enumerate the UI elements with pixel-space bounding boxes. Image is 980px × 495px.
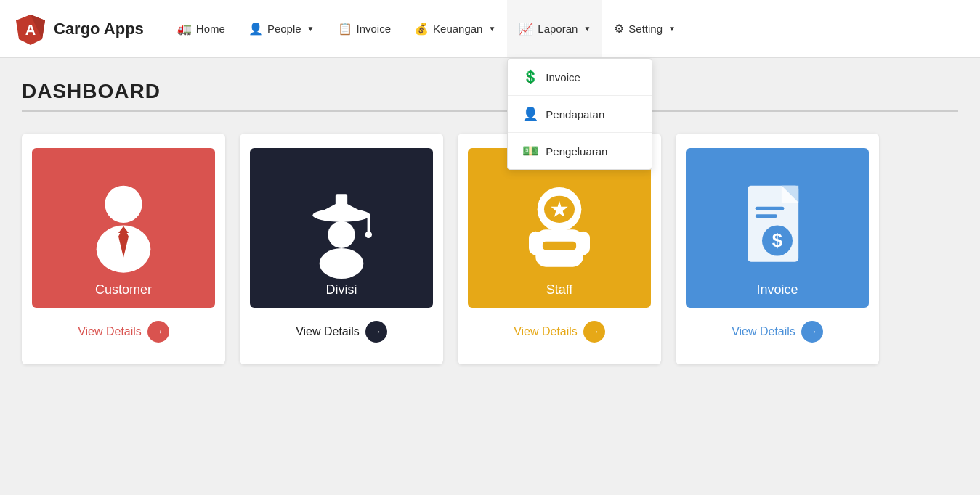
- laporan-caret: ▼: [583, 25, 591, 33]
- nav-keuangan: 💰 Keuangan ▼: [402, 0, 507, 57]
- brand-name: Cargo Apps: [54, 20, 144, 38]
- people-label: People: [267, 22, 301, 35]
- dropdown-pendapatan-icon: 👤: [522, 106, 538, 122]
- divisi-icon-box[interactable]: Divisi: [250, 148, 433, 308]
- customer-view-details[interactable]: View Details →: [78, 321, 169, 343]
- dropdown-invoice[interactable]: 💲 Invoice: [508, 59, 652, 95]
- svg-point-11: [365, 232, 372, 238]
- cards-grid: Customer View Details →: [22, 134, 958, 364]
- divisi-view-details-text: View Details: [296, 325, 360, 338]
- main-content: DASHBOARD Customer View Details →: [0, 58, 980, 495]
- svg-point-3: [105, 186, 142, 223]
- staff-view-details-text: View Details: [514, 325, 578, 338]
- laporan-link[interactable]: 📈 Laporan ▼: [507, 0, 602, 57]
- keuangan-link[interactable]: 💰 Keuangan ▼: [402, 0, 507, 57]
- dropdown-pengeluaran[interactable]: 💵 Pengeluaran: [508, 133, 652, 169]
- customer-view-details-text: View Details: [78, 325, 142, 338]
- nav-invoice: 📋 Invoice: [326, 0, 403, 57]
- dashboard-title: DASHBOARD: [22, 80, 958, 112]
- customer-arrow-icon: →: [147, 321, 169, 343]
- customer-label: Customer: [32, 282, 215, 298]
- staff-icon: [516, 177, 603, 279]
- divisi-label: Divisi: [250, 282, 433, 298]
- setting-caret: ▼: [668, 25, 676, 33]
- staff-icon-box[interactable]: Staff: [468, 148, 651, 308]
- svg-rect-19: [529, 232, 543, 255]
- nav-people: 👤 People ▼: [237, 0, 326, 57]
- home-link[interactable]: 🚛 Home: [166, 0, 237, 57]
- invoice-nav-icon: 📋: [338, 22, 352, 36]
- invoice-link[interactable]: 📋 Invoice: [326, 0, 403, 57]
- staff-arrow-icon: →: [583, 321, 605, 343]
- invoice-icon: $: [734, 177, 821, 279]
- divisi-view-details[interactable]: View Details →: [296, 321, 387, 343]
- brand-logo-link[interactable]: A Cargo Apps: [15, 13, 144, 45]
- truck-icon: 🚛: [177, 22, 192, 36]
- people-icon: 👤: [248, 22, 263, 36]
- divisi-icon: [298, 177, 385, 279]
- customer-card: Customer View Details →: [22, 134, 225, 364]
- keuangan-icon: 💰: [414, 22, 429, 36]
- invoice-card-label: Invoice: [686, 282, 869, 298]
- svg-rect-24: [756, 207, 785, 210]
- keuangan-label: Keuangan: [433, 22, 482, 35]
- customer-icon-box[interactable]: Customer: [32, 148, 215, 308]
- svg-text:A: A: [25, 22, 36, 38]
- divisi-card: Divisi View Details →: [240, 134, 443, 364]
- svg-rect-25: [756, 214, 777, 218]
- nav-laporan: 📈 Laporan ▼ 💲 Invoice 👤 Pendapatan 💵: [507, 0, 602, 57]
- svg-rect-18: [543, 242, 577, 250]
- dropdown-pendapatan-label: Pendapatan: [546, 108, 604, 120]
- navbar: A Cargo Apps 🚛 Home 👤 People ▼ 📋 Invoice: [0, 0, 980, 58]
- setting-link[interactable]: ⚙ Setting ▼: [602, 0, 687, 57]
- nav-menu: 🚛 Home 👤 People ▼ 📋 Invoice 💰 Keuangan ▼: [166, 0, 687, 57]
- invoice-arrow-icon: →: [801, 321, 823, 343]
- customer-icon: [80, 177, 167, 279]
- dropdown-pengeluaran-icon: 💵: [522, 143, 538, 159]
- staff-label: Staff: [468, 282, 651, 298]
- svg-rect-20: [576, 232, 590, 255]
- svg-rect-9: [336, 194, 347, 208]
- svg-text:$: $: [772, 230, 782, 250]
- people-link[interactable]: 👤 People ▼: [237, 0, 326, 57]
- keuangan-caret: ▼: [488, 25, 495, 33]
- svg-point-12: [328, 221, 355, 248]
- invoice-view-details-text: View Details: [732, 325, 795, 338]
- people-caret: ▼: [307, 25, 315, 33]
- invoice-view-details[interactable]: View Details →: [732, 321, 823, 343]
- invoice-icon-box[interactable]: $ Invoice: [686, 148, 869, 308]
- dropdown-invoice-icon: 💲: [522, 69, 538, 85]
- laporan-icon: 📈: [519, 22, 533, 36]
- nav-setting: ⚙ Setting ▼: [602, 0, 687, 57]
- setting-label: Setting: [628, 22, 663, 35]
- invoice-label: Invoice: [357, 22, 392, 35]
- dropdown-pendapatan[interactable]: 👤 Pendapatan: [508, 96, 652, 132]
- svg-point-13: [320, 248, 364, 279]
- laporan-label: Laporan: [538, 22, 578, 35]
- dropdown-invoice-label: Invoice: [546, 71, 580, 83]
- nav-home: 🚛 Home: [166, 0, 237, 57]
- setting-icon: ⚙: [614, 22, 624, 36]
- dropdown-pengeluaran-label: Pengeluaran: [546, 145, 607, 158]
- home-label: Home: [196, 22, 225, 35]
- staff-view-details[interactable]: View Details →: [514, 321, 605, 343]
- brand-icon: A: [15, 13, 46, 45]
- laporan-dropdown: 💲 Invoice 👤 Pendapatan 💵 Pengeluaran: [507, 58, 652, 170]
- divisi-arrow-icon: →: [365, 321, 387, 343]
- invoice-card: $ Invoice View Details →: [676, 134, 879, 364]
